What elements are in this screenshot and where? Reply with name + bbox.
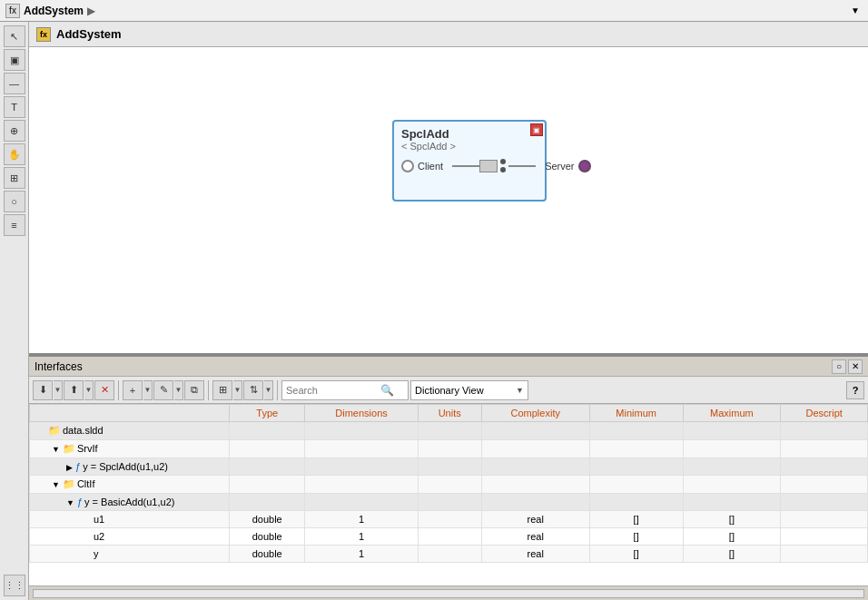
cell-minimum [589,458,683,476]
sidebar-btn-line[interactable]: — [4,73,25,94]
canvas-title-bar: fx AddSystem [29,22,868,47]
connector-box [479,160,498,172]
tb-btn-export[interactable]: ⬆ [64,380,84,400]
cell-minimum [589,422,683,440]
cell-units [418,476,481,494]
table-row[interactable]: ▶ƒy = SpclAdd(u1,u2) [30,458,868,476]
diagram-canvas[interactable]: ▣ SpclAdd < SpclAdd > Client [29,47,868,355]
cell-description [781,528,868,546]
port-circle-left [401,160,414,172]
interfaces-panel: Interfaces ○ ✕ ⬇ ▼ ⬆ ▼ ✕ + [29,355,868,600]
cell-dimensions [305,476,418,494]
cell-type: double [230,511,305,528]
top-bar-arrow: ▶ [87,5,95,17]
table-row[interactable]: ▼y double 1 real [] [] [30,546,868,563]
connector-dot-2 [500,167,506,172]
cell-name: ▼ƒy = BasicAdd(u1,u2) [30,494,230,511]
sidebar-btn-select[interactable]: ↖ [4,25,25,47]
help-btn[interactable]: ? [846,381,864,399]
content-area: fx AddSystem ▣ SpclAdd < SpclAdd > Clien… [29,22,868,600]
interfaces-close-btn[interactable]: ✕ [848,359,863,374]
cell-name: ▼📁CltIf [30,476,230,494]
table-row[interactable]: ▼ƒy = BasicAdd(u1,u2) [30,494,868,511]
tb-btn-add[interactable]: + [123,380,143,400]
cell-minimum: [] [589,546,683,563]
port-label-server: Server [545,161,574,172]
search-box[interactable]: 🔍 [281,380,409,400]
table-row[interactable]: ▼📁data.sldd [30,422,868,440]
block-connector [452,159,536,172]
cell-description [781,440,868,458]
cell-name: ▼u2 [30,528,230,546]
col-header-name [30,405,230,422]
cell-dimensions [305,458,418,476]
view-dropdown[interactable]: Dictionary View ▼ [410,380,528,400]
cell-complexity [481,494,589,511]
toolbar-group-2: + ▼ ✎ ▼ ⧉ [123,380,209,400]
tb-btn-export-dropdown[interactable]: ▼ [84,380,94,400]
cell-complexity [481,476,589,494]
cell-name: ▶ƒy = SpclAdd(u1,u2) [30,458,230,476]
sidebar-btn-subsys[interactable]: ⊞ [4,167,25,189]
tb-btn-filter[interactable]: ⊞ [212,380,232,400]
cell-units [418,546,481,563]
cell-minimum: [] [589,511,683,528]
cell-type [230,494,305,511]
cell-description [781,422,868,440]
scroll-track[interactable] [33,589,864,598]
top-bar-title: AddSystem [24,5,84,17]
tb-btn-sort-dropdown[interactable]: ▼ [264,380,273,400]
cell-maximum: [] [683,511,781,528]
cell-description [781,458,868,476]
block-node-spclAdd[interactable]: ▣ SpclAdd < SpclAdd > Client [392,120,547,202]
col-header-type: Type [230,405,305,422]
sidebar-btn-hand[interactable]: ✋ [4,143,25,165]
tb-btn-delete[interactable]: ✕ [94,380,114,400]
search-input[interactable] [286,385,377,396]
cell-maximum: [] [683,546,781,563]
block-subtitle: < SpclAdd > [401,141,538,152]
table-row[interactable]: ▼📁SrvIf [30,440,868,458]
canvas-title-text: AddSystem [56,27,122,41]
sidebar-btn-text[interactable]: T [4,96,25,118]
port-circle-right [578,160,591,172]
sidebar-btn-comment[interactable]: ≡ [4,214,25,236]
col-header-dimensions: Dimensions [305,405,418,422]
interfaces-header: Interfaces ○ ✕ [29,357,868,377]
cell-units [418,458,481,476]
top-bar-collapse[interactable]: ▼ [848,4,863,18]
port-right: Server [545,160,590,172]
cell-minimum: [] [589,528,683,546]
cell-units [418,528,481,546]
tb-btn-import[interactable]: ⬇ [33,380,53,400]
cell-type: double [230,528,305,546]
tb-btn-add-dropdown[interactable]: ▼ [143,380,153,400]
cell-name: ▼📁data.sldd [30,422,230,440]
table-row[interactable]: ▼u2 double 1 real [] [] [30,528,868,546]
sidebar-btn-grid[interactable]: ⋮⋮ [4,575,25,596]
cell-description [781,511,868,528]
table-row[interactable]: ▼u1 double 1 real [] [] [30,511,868,528]
tb-btn-copy[interactable]: ⧉ [184,380,204,400]
sidebar-btn-zoom[interactable]: ⊕ [4,120,25,142]
cell-dimensions: 1 [305,528,418,546]
cell-name: ▼y [30,546,230,563]
block-title: SpclAdd [401,127,538,141]
tb-btn-import-dropdown[interactable]: ▼ [54,380,63,400]
cell-dimensions [305,422,418,440]
cell-description [781,494,868,511]
cell-description [781,476,868,494]
col-header-complexity: Complexity [481,405,589,422]
sidebar-btn-port[interactable]: ○ [4,191,25,212]
cell-units [418,511,481,528]
connector-line-left [452,165,479,167]
connector-line-right [508,165,536,167]
table-row[interactable]: ▼📁CltIf [30,476,868,494]
tb-btn-edit-dropdown[interactable]: ▼ [174,380,183,400]
sidebar-btn-block[interactable]: ▣ [4,49,25,71]
tb-btn-sort[interactable]: ⇅ [243,380,263,400]
interfaces-min-btn[interactable]: ○ [832,359,846,374]
tb-btn-filter-dropdown[interactable]: ▼ [233,380,242,400]
tb-btn-edit[interactable]: ✎ [153,380,173,400]
interfaces-controls: ○ ✕ [832,359,863,374]
